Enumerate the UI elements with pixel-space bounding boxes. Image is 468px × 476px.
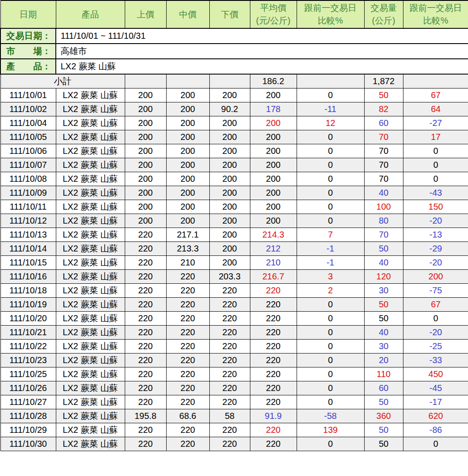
cell-middle-price: 200: [166, 214, 209, 228]
cell-avg-change: -1: [297, 255, 364, 269]
cell-vol-change: -17: [403, 395, 468, 409]
cell-middle-price: 213.3: [166, 241, 209, 255]
col-header-middle-price: 中價: [166, 0, 209, 28]
cell-date: 111/10/19: [0, 297, 56, 311]
cell-middle-price: 200: [166, 144, 209, 158]
col-header-product: 產品: [56, 0, 125, 28]
cell-avg-change: 0: [297, 214, 364, 228]
cell-vol-change: -29: [403, 241, 468, 255]
cell-upper-price: 220: [125, 297, 166, 311]
table-row: 111/10/01LX2 蕨菜 山蘇20020020020005067: [0, 88, 468, 102]
table-row: 111/10/15LX2 蕨菜 山蘇220210200210-140-20: [0, 255, 468, 269]
cell-lower-price: 203.3: [209, 269, 250, 283]
info-row-market: 市場： 高雄市: [0, 44, 468, 59]
cell-upper-price: 200: [125, 102, 166, 116]
cell-date: 111/10/21: [0, 325, 56, 339]
cell-upper-price: 220: [125, 423, 166, 437]
cell-volume: 82: [364, 102, 403, 116]
cell-date: 111/10/16: [0, 269, 56, 283]
table-row: 111/10/02LX2 蕨菜 山蘇20020090.2178-118264: [0, 102, 468, 116]
cell-date: 111/10/22: [0, 339, 56, 353]
cell-avg-price: 200: [250, 186, 297, 200]
table-row: 111/10/05LX2 蕨菜 山蘇20020020020007017: [0, 130, 468, 144]
cell-product: LX2 蕨菜 山蘇: [56, 283, 125, 297]
cell-volume: 40: [364, 325, 403, 339]
table-body: 小計 186.2 1,872 111/10/01LX2 蕨菜 山蘇2002002…: [0, 74, 468, 451]
cell-avg-price: 220: [250, 297, 297, 311]
cell-vol-change: -20: [403, 325, 468, 339]
cell-avg-change: 0: [297, 325, 364, 339]
cell-upper-price: 220: [125, 367, 166, 381]
subtotal-middle-price: [166, 74, 209, 88]
cell-avg-change: 0: [297, 130, 364, 144]
cell-lower-price: 220: [209, 367, 250, 381]
cell-volume: 30: [364, 339, 403, 353]
table-row: 111/10/28LX2 蕨菜 山蘇195.868.65891.9-583606…: [0, 409, 468, 423]
table-row: 111/10/14LX2 蕨菜 山蘇220213.3200212-150-29: [0, 241, 468, 255]
cell-volume: 70: [364, 158, 403, 172]
cell-vol-change: -20: [403, 255, 468, 269]
cell-vol-change: 67: [403, 297, 468, 311]
cell-date: 111/10/04: [0, 116, 56, 130]
cell-avg-price: 91.9: [250, 409, 297, 423]
cell-avg-price: 200: [250, 158, 297, 172]
cell-product: LX2 蕨菜 山蘇: [56, 186, 125, 200]
cell-product: LX2 蕨菜 山蘇: [56, 437, 125, 451]
cell-date: 111/10/18: [0, 283, 56, 297]
cell-avg-change: -11: [297, 102, 364, 116]
price-report-table: 交易日期： 111/10/01 ~ 111/10/31 市場： 高雄市 產品： …: [0, 0, 468, 451]
cell-product: LX2 蕨菜 山蘇: [56, 200, 125, 214]
cell-date: 111/10/13: [0, 228, 56, 241]
cell-upper-price: 220: [125, 325, 166, 339]
cell-middle-price: 220: [166, 353, 209, 367]
table-row: 111/10/29LX2 蕨菜 山蘇22022022022013950-86: [0, 423, 468, 437]
col-header-lower-price: 下價: [209, 0, 250, 28]
cell-date: 111/10/20: [0, 311, 56, 325]
col-header-avg-change: 跟前一交易日 比較%: [297, 0, 364, 28]
cell-upper-price: 220: [125, 353, 166, 367]
cell-lower-price: 220: [209, 325, 250, 339]
info-row-product: 產品： LX2 蕨菜 山蘇: [0, 59, 468, 74]
cell-date: 111/10/15: [0, 255, 56, 269]
cell-volume: 20: [364, 353, 403, 367]
cell-middle-price: 220: [166, 437, 209, 451]
cell-vol-change: 150: [403, 200, 468, 214]
cell-product: LX2 蕨菜 山蘇: [56, 172, 125, 186]
cell-avg-change: 7: [297, 228, 364, 241]
cell-upper-price: 200: [125, 214, 166, 228]
cell-vol-change: 0: [403, 144, 468, 158]
cell-middle-price: 220: [166, 381, 209, 395]
cell-date: 111/10/14: [0, 241, 56, 255]
cell-upper-price: 220: [125, 269, 166, 283]
cell-vol-change: -43: [403, 186, 468, 200]
table-row: 111/10/08LX2 蕨菜 山蘇2002002002000700: [0, 172, 468, 186]
cell-volume: 60: [364, 116, 403, 130]
cell-avg-price: 200: [250, 200, 297, 214]
cell-upper-price: 220: [125, 311, 166, 325]
cell-lower-price: 200: [209, 200, 250, 214]
cell-middle-price: 220: [166, 283, 209, 297]
cell-volume: 70: [364, 130, 403, 144]
cell-middle-price: 200: [166, 116, 209, 130]
subtotal-avg-change: [297, 74, 364, 88]
cell-volume: 50: [364, 311, 403, 325]
cell-vol-change: 0: [403, 437, 468, 451]
cell-product: LX2 蕨菜 山蘇: [56, 297, 125, 311]
table-row: 111/10/07LX2 蕨菜 山蘇2002002002000700: [0, 158, 468, 172]
cell-date: 111/10/25: [0, 367, 56, 381]
cell-date: 111/10/05: [0, 130, 56, 144]
cell-volume: 360: [364, 409, 403, 423]
cell-middle-price: 200: [166, 130, 209, 144]
cell-volume: 70: [364, 172, 403, 186]
cell-avg-price: 220: [250, 367, 297, 381]
cell-lower-price: 220: [209, 339, 250, 353]
cell-vol-change: -86: [403, 423, 468, 437]
cell-vol-change: -27: [403, 116, 468, 130]
cell-lower-price: 58: [209, 409, 250, 423]
cell-lower-price: 200: [209, 255, 250, 269]
product-label-text: 產品: [7, 61, 42, 72]
cell-avg-price: 220: [250, 437, 297, 451]
cell-avg-change: 0: [297, 339, 364, 353]
report-info: 交易日期： 111/10/01 ~ 111/10/31 市場： 高雄市 產品： …: [0, 28, 468, 74]
cell-avg-change: 0: [297, 367, 364, 381]
